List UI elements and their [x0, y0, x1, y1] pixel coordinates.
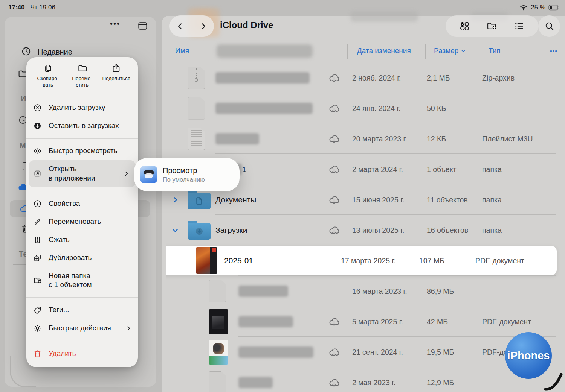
menu-item-label: Сжать	[49, 235, 70, 245]
cloud-download-glyph	[328, 376, 341, 389]
folder-glyph	[188, 223, 211, 240]
cloud-download-icon[interactable]	[328, 224, 341, 237]
download-glyph-icon	[194, 226, 204, 236]
chevron-right-icon	[125, 325, 132, 331]
blurred-filename	[238, 316, 293, 327]
document-glyph-icon	[194, 196, 204, 206]
toggle-sidebar-icon[interactable]	[137, 20, 148, 32]
sidebar-section-letter: М	[20, 141, 26, 150]
table-row[interactable]: 2 мая 2023 г.12,9 МБ	[166, 367, 565, 392]
table-row[interactable]: 5 марта 2025 г.42 МБPDF-документ	[166, 306, 565, 337]
table-row[interactable]: 24 янв. 2024 г.50 КБ	[166, 93, 565, 123]
selected-file-card[interactable]: 2025-0117 марта 2025 г.107 МБPDF-докумен…	[166, 246, 557, 275]
cloud-download-icon[interactable]	[328, 163, 341, 176]
menu-item-label: Оставить в загрузках	[49, 121, 119, 131]
menu-item-duplicate[interactable]: Дублировать	[26, 249, 138, 267]
x-circle-icon	[33, 103, 42, 112]
blurred-filename	[215, 103, 313, 114]
menu-item-keep-downloaded[interactable]: Оставить в загрузках	[26, 117, 138, 135]
cloud-download-icon[interactable]	[328, 71, 341, 84]
page-title: iCloud Drive	[220, 20, 273, 30]
download-circle-icon	[33, 122, 42, 130]
cloud-download-glyph	[328, 346, 341, 359]
quick-look-app-icon	[140, 166, 157, 183]
eye-icon	[33, 147, 42, 155]
new-folder-button[interactable]	[486, 21, 497, 32]
table-row[interactable]: 2025-0117 марта 2025 г.107 МБPDF-докумен…	[166, 245, 565, 276]
file-date: 21 сент. 2024 г.	[352, 348, 403, 356]
cloud-download-glyph	[328, 132, 341, 145]
cloud-download-icon[interactable]	[328, 193, 341, 206]
menu-item-quick-look[interactable]: Быстро просмотреть	[26, 142, 138, 160]
folder-glyph	[188, 193, 211, 209]
menu-item-get-info[interactable]: Свойства	[26, 194, 138, 213]
sidebar-more-button[interactable]: •••	[110, 20, 120, 28]
table-row[interactable]: Загрузки13 июня 2025 г.16 объектовпапка	[166, 215, 565, 245]
blurred-filename	[238, 286, 288, 297]
menu-divider	[26, 341, 138, 342]
file-type: папка	[482, 165, 502, 173]
file-size: 16 объектов	[427, 226, 468, 234]
select-items-button[interactable]	[459, 21, 470, 32]
file-list: 2 нояб. 2024 г.2,1 МБZip-архив24 янв. 20…	[166, 62, 565, 392]
back-button[interactable]	[176, 22, 185, 31]
menu-item-tags[interactable]: Теги...	[26, 301, 138, 319]
menu-item-label: Удалить	[49, 349, 76, 359]
cloud-download-glyph	[328, 224, 341, 237]
cloud-download-icon[interactable]	[328, 315, 341, 328]
cloud-download-icon[interactable]	[328, 376, 341, 389]
menu-item-open-in-app[interactable]: Открытьв приложении	[29, 160, 136, 187]
open-in-app-submenu[interactable]: Просмотр По умолчанию	[134, 158, 240, 191]
column-header-type[interactable]: Тип	[489, 47, 501, 55]
cloud-download-icon[interactable]	[328, 346, 341, 359]
chevron-right-icon	[123, 170, 130, 177]
watermark-label: iPhones	[507, 349, 550, 362]
file-date: 15 июня 2025 г.	[352, 195, 404, 204]
sidebar-item-recents[interactable]: Недавние	[38, 48, 72, 56]
menu-item-quick-actions[interactable]: Быстрые действия	[26, 319, 138, 337]
cloud-download-icon[interactable]	[328, 102, 341, 115]
chevron-right-icon	[171, 196, 179, 204]
menu-item-rename[interactable]: Переименовать	[26, 213, 138, 231]
blurred-filename	[238, 346, 313, 358]
menu-item-delete[interactable]: Удалить	[26, 345, 138, 363]
battery-percent: 25 %	[531, 4, 545, 11]
menu-item-label: Быстрые действия	[49, 324, 111, 333]
file-size: 50 КБ	[427, 104, 446, 112]
column-more-button[interactable]: •••	[550, 48, 557, 55]
table-row[interactable]: 20 марта 2023 г.12 КБПлейлист M3U	[166, 123, 565, 154]
menu-item-label: Удалить загрузку	[49, 103, 105, 112]
cloud-download-icon[interactable]	[328, 132, 341, 145]
wifi-icon	[519, 3, 528, 12]
disclosure-chevron[interactable]	[171, 196, 179, 204]
view-options-button[interactable]	[514, 21, 525, 32]
menu-item-new-folder-with-item[interactable]: Новая папкас 1 объектом	[26, 267, 138, 294]
file-date: 5 марта 2025 г.	[352, 317, 403, 326]
menu-divider	[26, 138, 138, 139]
sidebar-section-letter: Те	[19, 250, 27, 258]
column-header-name[interactable]: Имя	[175, 47, 189, 55]
forward-button[interactable]	[199, 22, 208, 31]
menu-action-label: Поделиться	[102, 76, 130, 82]
column-header-date[interactable]: Дата изменения	[357, 47, 411, 55]
table-row[interactable]: 2 нояб. 2024 г.2,1 МБZip-архив	[166, 62, 565, 93]
menu-item-label: Переименовать	[49, 217, 101, 226]
search-button[interactable]	[538, 15, 560, 37]
pdf-thumbnail	[209, 309, 228, 334]
disclosure-chevron[interactable]	[171, 226, 179, 234]
cloud-download-glyph	[328, 102, 341, 115]
menu-action-copy[interactable]: Скопиро-вать	[31, 63, 65, 88]
column-header-size[interactable]: Размер	[434, 47, 466, 55]
cloud-download-glyph	[328, 193, 341, 206]
table-row[interactable]: 16 марта 2023 г.86,9 МБ	[166, 276, 565, 306]
file-date: 2 марта 2024 г.	[352, 165, 403, 173]
menu-item-compress[interactable]: Сжать	[26, 231, 138, 249]
toolbar-pill	[446, 15, 538, 37]
pdf-thumbnail	[196, 247, 217, 274]
menu-divider	[26, 95, 138, 96]
file-type: Zip-архив	[482, 73, 515, 82]
menu-action-share[interactable]: Поделиться	[99, 63, 133, 88]
menu-action-move[interactable]: Переме-стить	[65, 63, 99, 88]
blurred-blob	[350, 11, 418, 22]
menu-item-remove-download[interactable]: Удалить загрузку	[26, 99, 138, 117]
